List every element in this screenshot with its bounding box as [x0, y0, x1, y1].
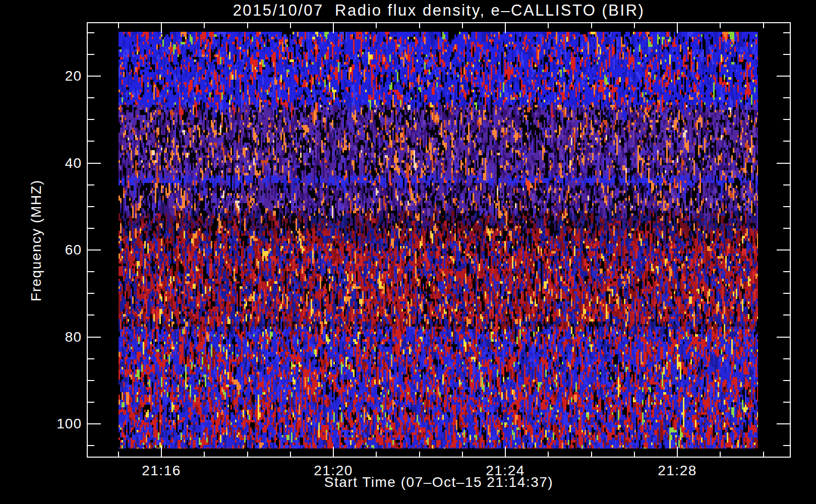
x-axis-minor-tick — [720, 23, 721, 28]
y-axis-minor-tick — [88, 228, 94, 229]
y-axis-major-tick — [777, 337, 790, 338]
spectrogram-figure: 2015/10/07 Radio flux density, e–CALLIST… — [0, 0, 816, 504]
x-axis-major-tick — [161, 23, 162, 33]
y-axis-minor-tick — [88, 358, 94, 359]
y-axis-minor-tick — [783, 32, 790, 33]
y-tick-label: 60 — [21, 241, 82, 259]
y-axis-minor-tick — [88, 293, 94, 294]
x-axis-major-tick — [505, 447, 506, 457]
y-axis-minor-tick — [783, 380, 790, 381]
x-axis-major-tick — [677, 447, 678, 457]
y-axis-minor-tick — [88, 141, 94, 142]
y-tick-label: 80 — [21, 329, 82, 346]
x-axis-minor-tick — [763, 23, 764, 28]
y-axis-minor-tick — [88, 97, 94, 98]
x-axis-major-tick — [677, 23, 678, 33]
y-axis-minor-tick — [783, 445, 790, 446]
y-axis-minor-tick — [88, 445, 94, 446]
x-axis-minor-tick — [591, 23, 592, 28]
y-axis-minor-tick — [783, 314, 790, 316]
y-axis-major-tick — [88, 249, 101, 250]
y-axis-minor-tick — [783, 97, 790, 98]
y-axis-major-tick — [777, 249, 790, 250]
y-axis-major-tick — [88, 76, 101, 77]
y-axis-minor-tick — [783, 184, 790, 185]
y-axis-minor-tick — [783, 206, 790, 207]
y-axis-minor-tick — [88, 119, 94, 120]
x-axis-minor-tick — [462, 452, 463, 457]
x-axis-minor-tick — [419, 23, 420, 28]
x-axis-minor-tick — [290, 452, 291, 457]
chart-title: 2015/10/07 Radio flux density, e–CALLIST… — [87, 2, 791, 20]
y-axis-major-tick — [777, 76, 790, 77]
y-axis-minor-tick — [88, 314, 94, 316]
x-axis-minor-tick — [376, 23, 377, 28]
x-axis-label: Start Time (07–Oct–15 21:14:37) — [87, 474, 791, 490]
x-axis-minor-tick — [247, 452, 248, 457]
y-axis-major-tick — [88, 423, 101, 424]
x-axis-major-tick — [505, 23, 506, 33]
y-axis-minor-tick — [783, 228, 790, 229]
y-axis-minor-tick — [783, 293, 790, 294]
y-axis-major-tick — [777, 163, 790, 164]
x-axis-minor-tick — [290, 23, 291, 28]
plot-frame — [87, 22, 791, 458]
y-axis-minor-tick — [88, 271, 94, 272]
y-tick-label: 40 — [21, 155, 82, 172]
x-axis-major-tick — [161, 447, 162, 457]
y-axis-minor-tick — [783, 54, 790, 55]
y-axis-minor-tick — [783, 271, 790, 272]
y-axis-minor-tick — [783, 141, 790, 142]
x-axis-minor-tick — [247, 23, 248, 28]
x-axis-minor-tick — [548, 452, 549, 457]
y-axis-minor-tick — [783, 358, 790, 359]
y-tick-label: 100 — [21, 415, 82, 432]
x-axis-minor-tick — [548, 23, 549, 28]
y-axis-major-tick — [777, 423, 790, 424]
y-axis-major-tick — [88, 163, 101, 164]
x-axis-minor-tick — [419, 452, 420, 457]
x-axis-major-tick — [333, 23, 334, 33]
x-axis-minor-tick — [204, 452, 205, 457]
y-axis-minor-tick — [783, 119, 790, 120]
y-axis-major-tick — [88, 337, 101, 338]
x-axis-minor-tick — [763, 452, 764, 457]
y-axis-minor-tick — [88, 184, 94, 185]
x-axis-minor-tick — [118, 452, 119, 457]
x-axis-major-tick — [333, 447, 334, 457]
x-axis-minor-tick — [720, 452, 721, 457]
x-axis-minor-tick — [462, 23, 463, 28]
x-axis-minor-tick — [591, 452, 592, 457]
x-axis-minor-tick — [204, 23, 205, 28]
y-axis-minor-tick — [783, 402, 790, 403]
y-axis-minor-tick — [88, 380, 94, 381]
y-axis-minor-tick — [88, 32, 94, 33]
y-tick-label: 20 — [21, 68, 82, 85]
x-axis-minor-tick — [634, 452, 635, 457]
y-axis-minor-tick — [88, 206, 94, 207]
x-axis-minor-tick — [118, 23, 119, 28]
x-axis-minor-tick — [634, 23, 635, 28]
y-axis-minor-tick — [88, 54, 94, 55]
x-axis-minor-tick — [376, 452, 377, 457]
y-axis-minor-tick — [88, 402, 94, 403]
